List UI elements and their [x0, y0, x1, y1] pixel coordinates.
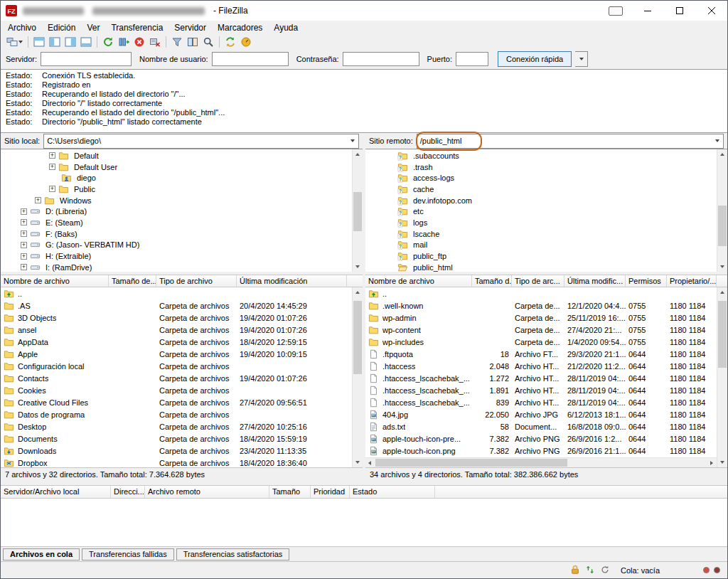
scroll-thumb[interactable] [353, 192, 362, 231]
close-button[interactable] [695, 1, 727, 21]
remote-tree-item-etc[interactable]: ?etc [365, 206, 717, 217]
remote-tree-item-dev-infotopo-com[interactable]: ?dev.infotopo.com [365, 195, 717, 206]
scroll-thumb[interactable] [353, 301, 362, 375]
remote-directory-tree[interactable]: ?.subaccounts?.trash?access-logs?cache?d… [365, 149, 717, 272]
scroll-down-icon[interactable] [717, 457, 727, 467]
queue-column-header-estado[interactable]: Estado [350, 486, 435, 498]
cancel-button[interactable] [132, 35, 147, 49]
scroll-down-icon[interactable] [353, 457, 363, 467]
local-column-header-tamano-de[interactable]: Tamaño de... [109, 275, 156, 287]
chevron-down-icon[interactable] [346, 134, 358, 148]
expand-plus-icon[interactable] [21, 219, 27, 225]
remote-file-row[interactable]: .htaccess2.048Archivo HT...21/2/2020 11:… [365, 360, 717, 372]
local-file-row[interactable]: DocumentsCarpeta de archivos18/4/2020 15… [1, 432, 352, 445]
menu-item-marcadores[interactable]: Marcadores [212, 23, 268, 33]
remote-file-row[interactable]: wp-contentCarpeta de...27/4/2020 21:...0… [365, 324, 717, 336]
local-file-row[interactable]: AppleCarpeta de archivos19/4/2020 10:09:… [1, 348, 352, 360]
remote-column-header-tamano-d[interactable]: Tamaño d... [472, 275, 512, 287]
quickconnect-button[interactable]: Conexión rápida [498, 51, 572, 67]
local-file-row[interactable]: CookiesCarpeta de archivos [1, 384, 352, 396]
local-tree-scrollbar[interactable] [352, 149, 363, 272]
remote-tree-item-access-logs[interactable]: ?access-logs [365, 172, 717, 184]
scroll-thumb[interactable] [718, 206, 727, 247]
local-file-row[interactable]: .ASCarpeta de archivos20/4/2020 14:45:29 [1, 299, 352, 312]
local-file-row[interactable]: Datos de programaCarpeta de archivos [1, 408, 352, 420]
scroll-down-icon[interactable] [353, 262, 363, 272]
local-file-row[interactable]: .. [1, 287, 352, 299]
queue-column-header-prioridad[interactable]: Prioridad [311, 486, 350, 498]
port-input[interactable] [456, 52, 488, 66]
scroll-up-icon[interactable] [717, 287, 727, 297]
remote-tree-item-logs[interactable]: ?logs [365, 217, 717, 228]
scroll-right-icon[interactable] [707, 458, 717, 467]
remote-file-row[interactable]: .htaccess_lscachebak_...1.272Archivo HT.… [365, 372, 717, 384]
server-input[interactable] [41, 52, 132, 66]
remote-file-row[interactable]: .htaccess_lscachebak_...1.891Archivo HT.… [365, 384, 717, 396]
tab-archivos-en-cola[interactable]: Archivos en cola [3, 548, 80, 561]
menu-item-edicion[interactable]: Edición [42, 23, 81, 33]
chevron-down-icon[interactable] [711, 134, 723, 148]
remote-path-combo[interactable]: /public_html [417, 134, 724, 149]
scroll-thumb[interactable] [375, 459, 567, 467]
local-directory-tree[interactable]: DefaultDefault UserdiegoPublicWindowsD: … [1, 149, 352, 272]
expand-plus-icon[interactable] [49, 164, 55, 170]
remote-file-list[interactable]: ...well-knownCarpeta de...12/1/2020 04:4… [365, 287, 717, 457]
remote-list-hscrollbar[interactable] [365, 457, 717, 467]
expand-plus-icon[interactable] [49, 152, 55, 159]
process-queue-button[interactable] [116, 35, 132, 49]
scroll-up-icon[interactable] [717, 149, 727, 159]
scroll-down-icon[interactable] [717, 262, 727, 272]
remote-tree-item-subaccounts[interactable]: ?.subaccounts [365, 150, 717, 161]
menu-item-servidor[interactable]: Servidor [168, 23, 212, 33]
queue-column-header-direcci[interactable]: Direcci... [111, 486, 145, 498]
scroll-up-icon[interactable] [353, 287, 363, 297]
local-column-header-ultima-modificacion[interactable]: Última modificación [237, 275, 347, 287]
remote-file-row[interactable]: apple-touch-icon-pre...7.382Archivo PNG2… [365, 432, 717, 445]
local-tree-item-default[interactable]: Default [1, 150, 352, 161]
queue-column-header-archivo-remoto[interactable]: Archivo remoto [145, 486, 269, 498]
local-path-combo[interactable]: C:\Users\diego\ [43, 134, 359, 149]
expand-plus-icon[interactable] [35, 197, 41, 203]
refresh-button[interactable] [100, 35, 116, 49]
local-file-row[interactable]: DropboxCarpeta de archivos18/4/2020 18:3… [1, 457, 352, 467]
transfer-queue-body[interactable] [1, 499, 727, 547]
local-tree-item-g-jason-verbatim-hd[interactable]: G: (Jason- VERBATIM HD) [1, 240, 352, 251]
local-tree-item-d-libreria[interactable]: D: (Libreria) [1, 206, 352, 217]
speed-limits-icon[interactable] [585, 565, 596, 575]
local-file-row[interactable]: anselCarpeta de archivos19/4/2020 01:07:… [1, 324, 352, 336]
remote-file-row[interactable]: 404.jpg22.050Archivo JPG6/12/2013 18:1..… [365, 408, 717, 420]
remote-tree-item-public-html[interactable]: public_html [365, 262, 717, 272]
remote-tree-item-public-ftp[interactable]: ?public_ftp [365, 250, 717, 262]
message-log[interactable]: Estado:Conexión TLS establecida.Estado:R… [1, 69, 727, 133]
local-column-header-tipo-de-archivo[interactable]: Tipo de archivo [156, 275, 237, 287]
local-file-list[interactable]: ...ASCarpeta de archivos20/4/2020 14:45:… [1, 287, 352, 467]
local-tree-item-i-ramdrive[interactable]: I: (RamDrive) [1, 262, 352, 272]
local-tree-item-diego[interactable]: diego [1, 172, 352, 184]
queue-column-header-tamano[interactable]: Tamaño [269, 486, 311, 498]
quickconnect-dropdown-button[interactable] [575, 51, 588, 67]
toggle-remote-tree-button[interactable] [63, 35, 78, 49]
sync-browsing-button[interactable] [223, 35, 238, 49]
remote-column-header-permisos[interactable]: Permisos [626, 275, 667, 287]
toggle-log-button[interactable] [31, 35, 47, 49]
remote-tree-scrollbar[interactable] [717, 149, 727, 272]
remote-file-row[interactable]: .htaccess_lscachebak_...839Archivo HT...… [365, 396, 717, 408]
local-file-row[interactable]: DownloadsCarpeta de archivos23/4/2020 11… [1, 445, 352, 457]
minimize-button[interactable] [631, 1, 663, 21]
local-file-row[interactable]: DesktopCarpeta de archivos27/4/2020 10:2… [1, 420, 352, 432]
local-tree-item-default-user[interactable]: Default User [1, 161, 352, 173]
remote-file-row[interactable]: apple-touch-icon.png7.382Archivo PNG26/9… [365, 445, 717, 457]
remote-file-row[interactable]: wp-adminCarpeta de...25/11/2019 16:...07… [365, 312, 717, 324]
queue-column-header-servidor-archivo-local[interactable]: Servidor/Archivo local [1, 486, 111, 498]
local-list-scrollbar[interactable] [352, 287, 363, 467]
toggle-local-tree-button[interactable] [47, 35, 63, 49]
tab-transferencias-satisfactorias[interactable]: Transferencias satisfactorias [176, 548, 290, 561]
remote-list-scrollbar[interactable] [717, 287, 727, 467]
local-tree-item-f-baks[interactable]: F: (Baks) [1, 228, 352, 240]
remote-file-row[interactable]: wp-includesCarpeta de...1/4/2020 09:54..… [365, 336, 717, 348]
remote-tree-item-mail[interactable]: ?mail [365, 240, 717, 251]
remote-file-row[interactable]: ads.txt58Document...16/8/2018 09:0...064… [365, 420, 717, 432]
remote-file-row[interactable]: .well-knownCarpeta de...12/1/2020 04:4..… [365, 299, 717, 312]
site-manager-button[interactable] [4, 35, 25, 49]
local-file-row[interactable]: AppDataCarpeta de archivos18/4/2020 12:5… [1, 336, 352, 348]
